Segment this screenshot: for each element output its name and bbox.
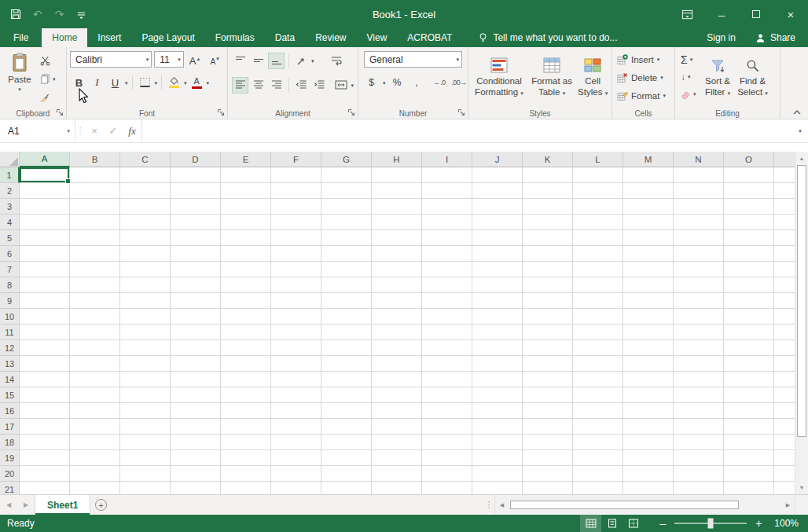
sort-filter-button[interactable]: Sort & Filter ▾ (700, 51, 736, 102)
cell-e12[interactable] (221, 340, 271, 356)
tab-page-layout[interactable]: Page Layout (131, 28, 204, 47)
cell-n4[interactable] (674, 215, 724, 230)
zoom-out-button[interactable]: – (653, 515, 672, 532)
share-button[interactable]: Share (747, 28, 808, 47)
cell-i6[interactable] (422, 246, 472, 262)
cell-h16[interactable] (372, 403, 422, 419)
find-select-button[interactable]: Find & Select ▾ (736, 51, 770, 102)
cell-g10[interactable] (321, 309, 372, 325)
cell-b3[interactable] (70, 199, 120, 215)
cell-e5[interactable] (221, 230, 271, 246)
cell-o11[interactable] (724, 325, 774, 340)
cell-d18[interactable] (171, 435, 221, 450)
conditional-formatting-button[interactable]: Conditional Formatting ▾ (470, 51, 528, 98)
cell-o5[interactable] (724, 230, 774, 246)
cell-i11[interactable] (422, 325, 472, 340)
cell-m19[interactable] (623, 450, 674, 466)
cell-m11[interactable] (623, 325, 674, 340)
cell-c2[interactable] (120, 183, 171, 199)
cell-c1[interactable] (120, 167, 171, 183)
save-button[interactable] (5, 3, 26, 25)
row-header-13[interactable]: 13 (0, 356, 20, 372)
cell-e11[interactable] (221, 325, 271, 340)
cell-a15[interactable] (20, 387, 70, 403)
cell-h2[interactable] (372, 183, 422, 199)
cell-j12[interactable] (472, 340, 523, 356)
zoom-slider-thumb[interactable] (708, 519, 714, 529)
cell-m4[interactable] (623, 215, 674, 230)
cell-n12[interactable] (674, 340, 724, 356)
cell-a7[interactable] (20, 262, 70, 277)
row-header-3[interactable]: 3 (0, 199, 20, 215)
cell-n3[interactable] (674, 199, 724, 215)
font-dialog-launcher[interactable] (217, 108, 225, 116)
cell-a3[interactable] (20, 199, 70, 215)
cell-f13[interactable] (271, 356, 321, 372)
cell-a14[interactable] (20, 372, 70, 387)
cell-f3[interactable] (271, 199, 321, 215)
fill-color-button[interactable] (166, 75, 182, 91)
cell-b7[interactable] (70, 262, 120, 277)
cell-d8[interactable] (171, 277, 221, 293)
tab-file[interactable]: File (0, 28, 42, 47)
cell-n16[interactable] (674, 403, 724, 419)
row-header-19[interactable]: 19 (0, 450, 20, 466)
cell-m3[interactable] (623, 199, 674, 215)
cell-j6[interactable] (472, 246, 523, 262)
zoom-level-button[interactable]: 100% (768, 518, 808, 529)
cell-g18[interactable] (321, 435, 372, 450)
column-header-k[interactable]: K (523, 152, 573, 167)
cell-m16[interactable] (623, 403, 674, 419)
cell-l5[interactable] (573, 230, 623, 246)
cell-l15[interactable] (573, 387, 623, 403)
cell-i13[interactable] (422, 356, 472, 372)
cell-h9[interactable] (372, 293, 422, 309)
cell-h4[interactable] (372, 215, 422, 230)
cell-m7[interactable] (623, 262, 674, 277)
cell-c21[interactable] (120, 482, 171, 494)
cell-n21[interactable] (674, 482, 724, 494)
cell-o16[interactable] (724, 403, 774, 419)
cell-h6[interactable] (372, 246, 422, 262)
cell-g4[interactable] (321, 215, 372, 230)
percent-style-button[interactable]: % (389, 75, 406, 91)
cell-f1[interactable] (271, 167, 321, 183)
page-layout-view-button[interactable] (601, 515, 623, 532)
cell-c5[interactable] (120, 230, 171, 246)
cell-i18[interactable] (422, 435, 472, 450)
cell-c8[interactable] (120, 277, 171, 293)
cell-j4[interactable] (472, 215, 523, 230)
clipboard-dialog-launcher[interactable] (56, 108, 64, 116)
cell-d11[interactable] (171, 325, 221, 340)
cell-k11[interactable] (523, 325, 573, 340)
column-header-j[interactable]: J (472, 152, 523, 167)
cell-o3[interactable] (724, 199, 774, 215)
column-header-a[interactable]: A (20, 152, 70, 167)
cell-h19[interactable] (372, 450, 422, 466)
cell-j14[interactable] (472, 372, 523, 387)
row-header-2[interactable]: 2 (0, 183, 20, 199)
cell-k8[interactable] (523, 277, 573, 293)
cell-l8[interactable] (573, 277, 623, 293)
cell-o9[interactable] (724, 293, 774, 309)
cell-o2[interactable] (724, 183, 774, 199)
cell-d19[interactable] (171, 450, 221, 466)
cell-d9[interactable] (171, 293, 221, 309)
cell-i15[interactable] (422, 387, 472, 403)
cell-k20[interactable] (523, 466, 573, 482)
cell-d5[interactable] (171, 230, 221, 246)
cell-h8[interactable] (372, 277, 422, 293)
cell-o17[interactable] (724, 419, 774, 435)
column-header-e[interactable]: E (221, 152, 271, 167)
cell-b1[interactable] (70, 167, 120, 183)
cell-l19[interactable] (573, 450, 623, 466)
cell-f10[interactable] (271, 309, 321, 325)
cell-f7[interactable] (271, 262, 321, 277)
cell-m14[interactable] (623, 372, 674, 387)
cell-c11[interactable] (120, 325, 171, 340)
ribbon-display-options-button[interactable] (670, 0, 704, 28)
cell-j5[interactable] (472, 230, 523, 246)
cell-o12[interactable] (724, 340, 774, 356)
cell-i20[interactable] (422, 466, 472, 482)
cell-j7[interactable] (472, 262, 523, 277)
